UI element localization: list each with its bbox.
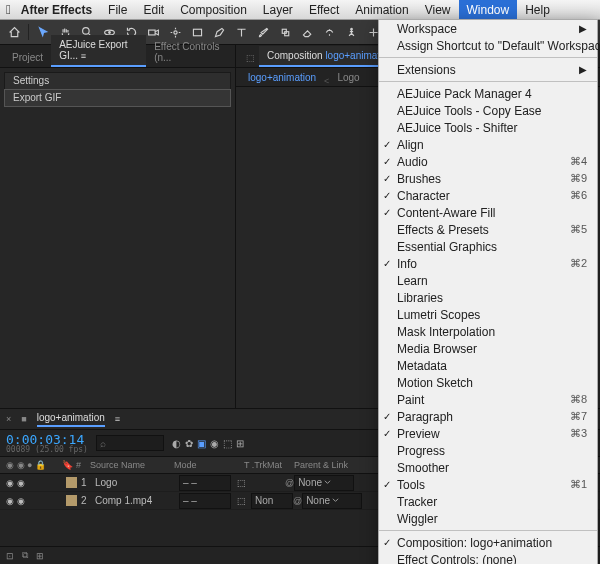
tab-aejuice-export-gif[interactable]: AEJuice Export GI... ≡: [51, 35, 146, 67]
menu-item[interactable]: Extensions▶: [379, 61, 597, 78]
svg-rect-3: [148, 30, 155, 35]
menu-edit[interactable]: Edit: [135, 0, 172, 19]
list-item-export-gif[interactable]: Export GIF: [4, 89, 231, 107]
menu-item[interactable]: AEJuice Tools - Copy Ease: [379, 102, 597, 119]
menu-item[interactable]: AEJuice Pack Manager 4: [379, 85, 597, 102]
menu-item[interactable]: ✓Composition: logo+animation: [379, 534, 597, 551]
panel-label: Composition: [267, 50, 323, 61]
menu-composition[interactable]: Composition: [172, 0, 255, 19]
menu-item[interactable]: Progress: [379, 442, 597, 459]
menu-item[interactable]: ✓Character⌘6: [379, 187, 597, 204]
shy-icon[interactable]: ⊡: [6, 551, 14, 561]
mode-select[interactable]: – –: [179, 475, 231, 491]
timeline-comp-tab[interactable]: logo+animation: [37, 412, 105, 427]
layer-name: Logo: [95, 477, 179, 488]
svg-rect-5: [193, 29, 201, 36]
menu-effect[interactable]: Effect: [301, 0, 347, 19]
menu-item[interactable]: Assign Shortcut to "Default" Workspace▶: [379, 37, 597, 54]
menu-item[interactable]: Metadata: [379, 357, 597, 374]
menu-help[interactable]: Help: [517, 0, 558, 19]
tab-effect-controls[interactable]: Effect Controls (n...: [146, 37, 231, 67]
layer-name: Comp 1.mp4: [95, 495, 179, 506]
parent-select[interactable]: None: [294, 475, 354, 491]
menu-item[interactable]: AEJuice Tools - Shifter: [379, 119, 597, 136]
menu-item[interactable]: Tracker: [379, 493, 597, 510]
menu-item[interactable]: Learn: [379, 272, 597, 289]
pickwhip-icon[interactable]: @: [293, 496, 302, 506]
puppet-tool-icon[interactable]: [341, 22, 361, 42]
text-tool-icon[interactable]: [231, 22, 251, 42]
home-icon[interactable]: [4, 22, 24, 42]
menu-item[interactable]: Workspace▶: [379, 20, 597, 37]
timecode-sub: 00089 (25.00 fps): [6, 445, 88, 454]
color-swatch[interactable]: [66, 495, 77, 506]
menu-item[interactable]: Essential Graphics: [379, 238, 597, 255]
svg-point-4: [173, 30, 176, 33]
menu-item[interactable]: ✓Brushes⌘9: [379, 170, 597, 187]
selection-tool-icon[interactable]: [33, 22, 53, 42]
menu-item[interactable]: ✓Content-Aware Fill: [379, 204, 597, 221]
pickwhip-icon[interactable]: @: [285, 478, 294, 488]
os-menubar:  After Effects File Edit Composition La…: [0, 0, 600, 20]
menu-item[interactable]: ✓Tools⌘1: [379, 476, 597, 493]
menu-item[interactable]: Effects & Presets⌘5: [379, 221, 597, 238]
layer-search-input[interactable]: [96, 435, 164, 451]
roto-tool-icon[interactable]: [319, 22, 339, 42]
frame-blend-icon[interactable]: ⧉: [22, 550, 28, 561]
menu-item[interactable]: Libraries: [379, 289, 597, 306]
app-menu[interactable]: After Effects: [13, 0, 100, 19]
brush-tool-icon[interactable]: [253, 22, 273, 42]
menu-item[interactable]: Lumetri Scopes: [379, 306, 597, 323]
toolbar-separator: [28, 24, 29, 40]
menu-item[interactable]: ✓Align: [379, 136, 597, 153]
trkmat-select[interactable]: Non: [251, 493, 293, 509]
svg-point-8: [350, 28, 352, 30]
menu-animation[interactable]: Animation: [347, 0, 416, 19]
menu-item[interactable]: Mask Interpolation: [379, 323, 597, 340]
subtab-logo-animation[interactable]: logo+animation: [240, 69, 324, 86]
tab-project[interactable]: Project: [4, 48, 51, 67]
menu-item[interactable]: Motion Sketch: [379, 374, 597, 391]
menu-item[interactable]: Paint⌘8: [379, 391, 597, 408]
list-item-settings[interactable]: Settings: [4, 72, 231, 90]
menu-view[interactable]: View: [417, 0, 459, 19]
mode-select[interactable]: – –: [179, 493, 231, 509]
svg-point-2: [108, 31, 110, 33]
subtab-logo[interactable]: Logo: [329, 69, 367, 86]
svg-point-0: [82, 27, 89, 34]
clone-tool-icon[interactable]: [275, 22, 295, 42]
parent-select[interactable]: None: [302, 493, 362, 509]
menu-item[interactable]: Media Browser: [379, 340, 597, 357]
left-panel-tabs: Project AEJuice Export GI... ≡ Effect Co…: [0, 45, 235, 68]
color-swatch[interactable]: [66, 477, 77, 488]
window-menu-dropdown: Workspace▶Assign Shortcut to "Default" W…: [378, 19, 598, 564]
menu-item[interactable]: ✓Audio⌘4: [379, 153, 597, 170]
timeline-switches[interactable]: ◐✿▣◉⬚⊞: [172, 438, 244, 449]
motion-blur-icon[interactable]: ⊞: [36, 551, 44, 561]
menu-item[interactable]: ✓Preview⌘3: [379, 425, 597, 442]
menu-item[interactable]: Effect Controls: (none): [379, 551, 597, 564]
menu-item[interactable]: ✓Paragraph⌘7: [379, 408, 597, 425]
menu-item[interactable]: ✓Info⌘2: [379, 255, 597, 272]
eraser-tool-icon[interactable]: [297, 22, 317, 42]
menu-item[interactable]: Wiggler: [379, 510, 597, 527]
menu-item[interactable]: Smoother: [379, 459, 597, 476]
menu-file[interactable]: File: [100, 0, 135, 19]
menu-layer[interactable]: Layer: [255, 0, 301, 19]
apple-menu[interactable]: : [6, 2, 11, 17]
menu-window[interactable]: Window: [459, 0, 518, 19]
